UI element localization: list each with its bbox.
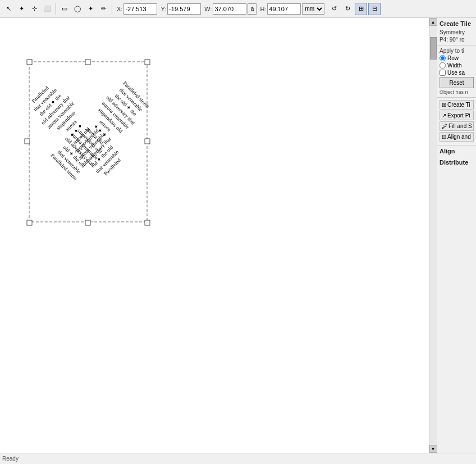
use-same-checkbox-row: Use sa <box>440 70 474 76</box>
export-label: Export Pi <box>447 112 470 119</box>
canvas-content: Paralleled storm that venerable the old … <box>0 18 429 453</box>
coordinate-bar: X: Y: W: a H: mm px cm in pt <box>115 3 324 15</box>
align-distribute-icon: ⊟ <box>442 134 446 140</box>
zoom-tool-btn[interactable]: ⬜ <box>41 3 53 15</box>
node-tool-btn[interactable]: ✦ <box>15 3 28 15</box>
lock-aspect-btn[interactable]: a <box>248 3 257 15</box>
h-label: H: <box>260 6 266 12</box>
y-input[interactable] <box>167 3 201 15</box>
svg-rect-8 <box>85 220 90 225</box>
scrollbar-track[interactable] <box>429 26 437 445</box>
unit-select[interactable]: mm px cm in pt <box>302 3 324 15</box>
create-tile-title: Create Tile <box>440 20 474 27</box>
svg-rect-3 <box>27 220 32 225</box>
svg-rect-4 <box>145 220 150 225</box>
scrollbar-thumb[interactable] <box>430 37 437 60</box>
status-text: Ready <box>2 456 19 462</box>
use-same-checkbox[interactable] <box>440 70 446 76</box>
canvas-scrollbar[interactable]: ▲ ▼ <box>429 18 437 453</box>
align-distribute-btn[interactable]: ⊟ Align and <box>440 132 474 142</box>
y-label: Y: <box>161 6 166 12</box>
tool-group-select: ↖ ✦ ⊹ ⬜ <box>2 3 56 15</box>
select-tool-btn[interactable]: ↖ <box>2 3 15 15</box>
grid-snap-btn[interactable]: ⊞ <box>355 3 367 15</box>
transform-apply-btn[interactable]: ↻ <box>341 3 354 15</box>
object-status: Object has n <box>440 89 474 95</box>
main-toolbar: ↖ ✦ ⊹ ⬜ ▭ ◯ ✦ ✏ X: Y: W: a H: mm px cm i… <box>0 0 476 18</box>
scroll-down-btn[interactable]: ▼ <box>429 445 437 453</box>
svg-rect-7 <box>85 60 90 65</box>
align-distribute-label: Align and <box>447 134 471 140</box>
w-label: W: <box>204 6 212 12</box>
svg-rect-1 <box>27 60 32 65</box>
create-tiling-label: Create Ti <box>447 102 470 108</box>
width-radio-row: Width <box>440 62 474 69</box>
fill-stroke-btn[interactable]: 🖊 Fill and S <box>440 121 474 131</box>
row-radio[interactable] <box>440 55 446 61</box>
h-input[interactable] <box>267 3 301 15</box>
symmetry-value: P4: 90° ro <box>440 37 474 43</box>
export-icon: ↗ <box>442 112 446 119</box>
w-input[interactable] <box>213 3 246 15</box>
svg-rect-5 <box>25 139 30 144</box>
x-label: X: <box>117 6 122 12</box>
row-label: Row <box>447 55 459 61</box>
reset-btn[interactable]: Reset <box>440 77 474 88</box>
rect-tool-btn[interactable]: ▭ <box>58 3 71 15</box>
tweak-tool-btn[interactable]: ⊹ <box>28 3 40 15</box>
align-label: Align <box>437 145 476 157</box>
export-btn[interactable]: ↗ Export Pi <box>440 111 474 120</box>
create-tiling-icon: ⊞ <box>442 102 446 108</box>
right-panel: Create Tile Symmetry P4: 90° ro Apply to… <box>437 18 476 453</box>
use-same-label: Use sa <box>447 70 465 76</box>
star-tool-btn[interactable]: ✦ <box>84 3 97 15</box>
tool-group-shapes: ▭ ◯ ✦ ✏ <box>58 3 112 15</box>
main-area: Paralleled storm that venerable the old … <box>0 18 476 453</box>
bottom-bar: Ready <box>0 453 476 464</box>
guide-snap-btn[interactable]: ⊟ <box>368 3 381 15</box>
width-label: Width <box>447 62 462 69</box>
apply-to-label: Apply to ti <box>440 48 474 54</box>
symmetry-label: Symmetry <box>440 29 474 35</box>
ellipse-tool-btn[interactable]: ◯ <box>71 3 84 15</box>
scroll-up-btn[interactable]: ▲ <box>429 18 437 26</box>
fill-stroke-icon: 🖊 <box>442 123 447 129</box>
svg-rect-6 <box>145 139 150 144</box>
svg-rect-2 <box>145 60 150 65</box>
create-tiling-btn[interactable]: ⊞ Create Ti <box>440 100 474 110</box>
width-radio[interactable] <box>440 62 446 69</box>
transform-reset-btn[interactable]: ↺ <box>328 3 340 15</box>
fill-stroke-label: Fill and S <box>448 123 472 129</box>
canvas-area[interactable]: Paralleled storm that venerable the old … <box>0 18 429 453</box>
path-tool-btn[interactable]: ✏ <box>97 3 109 15</box>
row-radio-row: Row <box>440 55 474 61</box>
x-input[interactable] <box>123 3 157 15</box>
create-tile-section: Create Tile Symmetry P4: 90° ro <box>437 18 476 46</box>
apply-to-section: Apply to ti Row Width Use sa Reset Objec… <box>437 46 476 98</box>
distribute-label: Distribute <box>437 157 476 167</box>
action-buttons-section: ⊞ Create Ti ↗ Export Pi 🖊 Fill and S ⊟ A… <box>437 98 476 145</box>
